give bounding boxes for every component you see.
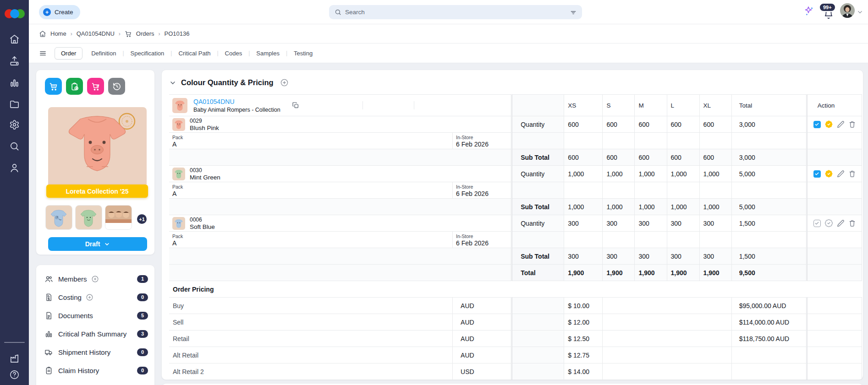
cart-remove-button[interactable] <box>87 78 104 95</box>
tab-testing[interactable]: Testing <box>287 50 319 57</box>
thumbnail-elephant-romper[interactable] <box>45 205 72 230</box>
colour-thumb[interactable] <box>172 217 185 230</box>
qty-xs[interactable]: 1,000 <box>564 166 603 182</box>
qty-l[interactable]: 300 <box>667 215 699 232</box>
pricing-total: $114,000.00 AUD <box>731 314 807 331</box>
factory-icon[interactable] <box>9 353 20 364</box>
breadcrumb-orders[interactable]: Orders <box>136 30 154 37</box>
cart-button[interactable] <box>45 78 62 95</box>
avatar[interactable] <box>840 3 855 18</box>
pricing-currency[interactable]: AUD <box>453 331 512 347</box>
help-icon[interactable] <box>9 369 20 380</box>
delete-icon[interactable] <box>848 120 856 128</box>
breadcrumb-home[interactable]: Home <box>50 30 66 37</box>
qty-s[interactable]: 300 <box>603 215 635 232</box>
collapse-chevron-icon[interactable] <box>169 79 176 87</box>
breadcrumb-separator: › <box>119 31 121 37</box>
settings-icon[interactable] <box>9 119 20 130</box>
qty-s[interactable]: 600 <box>603 116 635 133</box>
copy-icon[interactable] <box>292 102 299 109</box>
tab-critical-path[interactable]: Critical Path <box>172 50 217 57</box>
approved-badge-icon[interactable] <box>824 169 833 178</box>
pricing-price[interactable]: $ 10.00 <box>564 298 603 314</box>
count-badge: 1 <box>137 275 148 283</box>
app-logo-icon[interactable] <box>4 8 25 20</box>
tab-order[interactable]: Order <box>55 47 82 60</box>
qty-m[interactable]: 600 <box>635 116 667 133</box>
qty-l[interactable]: 600 <box>667 116 699 133</box>
tab-definition[interactable]: Definition <box>85 50 122 57</box>
approved-badge-icon[interactable] <box>824 120 833 129</box>
chevron-down-icon[interactable] <box>857 9 863 16</box>
qty-xl[interactable]: 300 <box>699 215 731 232</box>
approve-badge-icon[interactable] <box>824 219 833 228</box>
pricing-price[interactable]: $ 12.00 <box>564 314 603 331</box>
tab-samples[interactable]: Samples <box>250 50 286 57</box>
menu-icon[interactable] <box>39 49 47 57</box>
sidebar-item-documents[interactable]: Documents 5 <box>36 306 154 325</box>
delete-icon[interactable] <box>848 219 856 227</box>
tab-codes[interactable]: Codes <box>219 50 249 57</box>
more-thumbnails-badge[interactable]: +1 <box>136 213 148 225</box>
analytics-icon[interactable] <box>9 78 20 88</box>
product-thumb[interactable] <box>172 98 187 113</box>
sidebar-item-members[interactable]: Members 1 <box>36 270 154 288</box>
profile-icon[interactable] <box>9 163 20 173</box>
edit-icon[interactable] <box>837 170 845 178</box>
costing-icon <box>44 293 53 302</box>
pricing-currency[interactable]: AUD <box>453 347 512 363</box>
pricing-price[interactable]: $ 12.50 <box>564 331 603 347</box>
edit-icon[interactable] <box>837 219 845 227</box>
pricing-price[interactable]: $ 12.75 <box>564 347 603 363</box>
home-icon[interactable] <box>39 30 46 38</box>
pricing-currency[interactable]: AUD <box>453 314 512 331</box>
notifications-button[interactable]: 99+ <box>818 2 839 23</box>
clipboard-add-button[interactable] <box>66 78 83 95</box>
qty-m[interactable]: 1,000 <box>635 166 667 182</box>
select-checkbox[interactable] <box>813 121 821 128</box>
pricing-total <box>731 363 807 380</box>
select-checkbox[interactable] <box>813 170 821 178</box>
status-dropdown[interactable]: Draft <box>48 237 147 251</box>
history-button[interactable] <box>108 78 125 95</box>
breadcrumb-style[interactable]: QA01054DNU <box>77 30 115 37</box>
product-code-link[interactable]: QA01054DNU <box>193 98 280 105</box>
select-checkbox[interactable] <box>813 220 821 227</box>
pack-cell: Pack A <box>169 182 453 199</box>
home-icon[interactable] <box>9 34 20 44</box>
add-costing-icon[interactable] <box>86 293 93 301</box>
qty-xs[interactable]: 600 <box>564 116 603 133</box>
delete-icon[interactable] <box>848 170 856 178</box>
edit-icon[interactable] <box>837 120 845 128</box>
pricing-price[interactable]: $ 14.00 <box>564 363 603 380</box>
create-button[interactable]: + Create <box>39 5 80 19</box>
qty-s[interactable]: 1,000 <box>603 166 635 182</box>
tab-specification[interactable]: Specification <box>124 50 171 57</box>
pack-row: Pack A In-Store 6 Feb 2026 <box>169 133 862 149</box>
thumbnail-babies-photo[interactable] <box>105 205 132 230</box>
upload-icon[interactable] <box>9 56 20 66</box>
sidebar-item-costing[interactable]: Costing 0 <box>36 288 154 306</box>
add-colour-icon[interactable] <box>280 78 289 87</box>
qty-xs[interactable]: 300 <box>564 215 603 232</box>
filter-icon[interactable] <box>570 9 577 16</box>
ai-sparkle-icon[interactable] <box>803 5 815 17</box>
qty-l[interactable]: 1,000 <box>667 166 699 182</box>
search-input[interactable]: Search <box>329 5 582 19</box>
thumbnail-dino-romper[interactable] <box>75 205 102 230</box>
qty-xl[interactable]: 1,000 <box>699 166 731 182</box>
pricing-currency[interactable]: AUD <box>453 298 512 314</box>
pricing-currency[interactable]: USD <box>453 363 512 380</box>
sidebar-item-claim-history[interactable]: Claim History 0 <box>36 361 154 380</box>
search-icon[interactable] <box>9 141 20 152</box>
add-member-icon[interactable] <box>91 275 99 283</box>
breadcrumb-order-number[interactable]: PO10136 <box>165 30 190 37</box>
qty-m[interactable]: 300 <box>635 215 667 232</box>
sidebar-item-shipment-history[interactable]: Shipment History 0 <box>36 343 154 361</box>
product-image[interactable] <box>48 107 147 184</box>
sidebar-item-critical-path-summary[interactable]: Critical Path Summary 3 <box>36 325 154 343</box>
qty-xl[interactable]: 600 <box>699 116 731 133</box>
colour-thumb[interactable] <box>172 118 185 131</box>
colour-thumb[interactable] <box>172 168 185 180</box>
folder-icon[interactable] <box>9 99 20 109</box>
